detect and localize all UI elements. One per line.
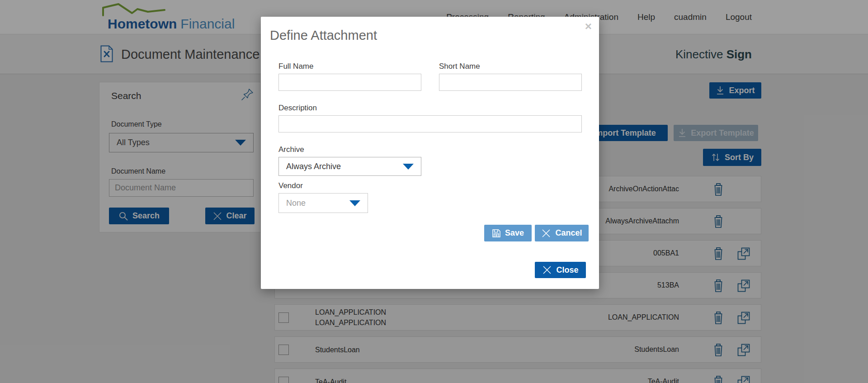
close-button-label: Close	[556, 265, 578, 275]
short-name-input[interactable]	[439, 74, 582, 91]
cancel-x-icon	[541, 228, 551, 238]
description-label: Description	[278, 104, 317, 113]
archive-label: Archive	[278, 145, 304, 154]
chevron-down-icon	[349, 200, 360, 206]
close-button[interactable]: Close	[535, 262, 586, 278]
chevron-down-icon	[403, 164, 414, 170]
close-icon[interactable]: ×	[585, 20, 592, 32]
cancel-button[interactable]: Cancel	[535, 225, 589, 241]
define-attachment-modal: Define Attachment × Full Name Short Name…	[261, 17, 599, 289]
cancel-button-label: Cancel	[555, 228, 582, 238]
full-name-label: Full Name	[278, 62, 313, 71]
close-x-icon	[542, 265, 552, 275]
description-input[interactable]	[278, 115, 582, 132]
full-name-input[interactable]	[278, 74, 421, 91]
save-button[interactable]: Save	[484, 225, 532, 241]
archive-value: Always Archive	[286, 162, 341, 171]
short-name-label: Short Name	[439, 62, 480, 71]
vendor-value: None	[286, 199, 306, 208]
vendor-select[interactable]: None	[278, 193, 368, 213]
modal-title: Define Attachment	[270, 28, 377, 43]
save-button-label: Save	[505, 228, 524, 238]
save-icon	[492, 229, 501, 238]
app-root: HometownFinancial ProcessingReportingAdm…	[0, 0, 868, 383]
vendor-label: Vendor	[278, 181, 303, 190]
archive-select[interactable]: Always Archive	[278, 157, 421, 176]
